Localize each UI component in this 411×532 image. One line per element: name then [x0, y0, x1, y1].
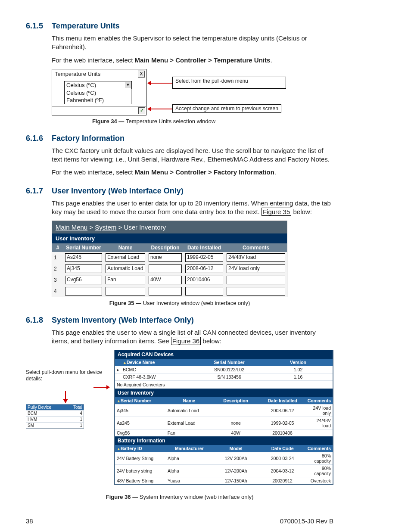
table-row[interactable]: SM1 [26, 422, 84, 428]
cell: 12V-200Ah [213, 464, 259, 477]
cell: Overstock [306, 477, 333, 484]
accept-button[interactable]: ✓ [138, 107, 145, 114]
cell: 4 [66, 410, 84, 416]
col-date-code[interactable]: Date Code [259, 445, 305, 452]
table-row: 4 [52, 286, 287, 297]
option-fahrenheit[interactable]: Fahrenheit (ºF) [65, 96, 131, 104]
col-device-name[interactable]: ▲Device Name [121, 359, 195, 366]
arrow-icon [106, 385, 110, 389]
body-text-span: For the web interface, select [52, 56, 135, 64]
cell-input[interactable]: 2008-06-12 [185, 264, 223, 273]
table-title: User Inventory [52, 233, 287, 243]
figure-caption: Temperature Units selection window [126, 118, 215, 124]
cell: Cvg56 [115, 429, 166, 436]
cell-input[interactable]: Automatic Load [106, 264, 145, 273]
cell-input[interactable] [185, 287, 223, 296]
section-number-618: 6.1.8 [26, 316, 52, 325]
col-comments[interactable]: Comments [225, 243, 287, 252]
col-date[interactable]: Date Installed [259, 397, 305, 404]
cell: HVM [26, 416, 66, 422]
cell: 24V Battery String [115, 452, 166, 464]
col-date[interactable]: Date Installed [184, 243, 225, 252]
close-button[interactable]: X [138, 71, 145, 78]
cell-input[interactable] [227, 276, 285, 284]
cell-input[interactable] [149, 287, 182, 296]
col-serial[interactable]: Serial Number [195, 359, 264, 366]
cell-input[interactable]: none [149, 253, 182, 262]
cell-input[interactable]: Aj345 [65, 264, 102, 273]
table-row: Cvg56Fan40W20010406 [115, 429, 333, 436]
cell [306, 429, 333, 436]
breadcrumb-sep: > [87, 224, 95, 231]
cell-input[interactable]: As245 [65, 253, 102, 262]
cell-input[interactable]: 20010406 [185, 276, 223, 284]
section-title-temperature-units: Temperature Units [52, 22, 120, 31]
can-devices-table: ▲Device Name Serial Number Version ▸BCMC… [115, 359, 333, 380]
callout-line [65, 391, 66, 400]
sort-up-icon: ▲ [117, 447, 121, 451]
body-text: This menu item enables the Supervisor to… [52, 34, 333, 52]
cell-input[interactable]: Fan [106, 276, 145, 284]
expand-icon[interactable] [115, 373, 121, 380]
col-serial[interactable]: ▲Serial Number [115, 397, 166, 404]
col-description[interactable]: Description [212, 397, 259, 404]
col-comments[interactable]: Comments [306, 445, 333, 452]
chevron-down-icon[interactable]: ▼ [125, 82, 131, 88]
section-title-system-inventory: System Inventory (Web Interface Only) [52, 316, 194, 325]
option-celsius[interactable]: Celsius (ºC) [65, 89, 131, 96]
cell-input[interactable]: 1999-02-05 [185, 253, 223, 262]
menu-path: Main Menu > Controller > Factory Informa… [135, 168, 274, 176]
expand-icon[interactable]: ▸ [115, 366, 121, 373]
col-description[interactable]: Description [147, 243, 184, 252]
table-row: 1As245External Loadnone1999-02-0524/48V … [52, 252, 287, 263]
cell-input[interactable]: 24/48V load [227, 253, 285, 262]
arrow-down-icon [63, 399, 68, 403]
table-row: CXRF 48-3.6kWS/N 1334561.16 [115, 373, 333, 380]
table-row[interactable]: BCM4 [26, 410, 84, 416]
dropdown-selected: Celsius (ºC) [66, 82, 96, 88]
col-model[interactable]: Model [213, 445, 259, 452]
breadcrumb-current: User Inventory [124, 224, 166, 231]
col-battery-id[interactable]: ▲Battery ID [115, 445, 166, 452]
col-name[interactable]: Name [104, 243, 147, 252]
col-version[interactable]: Version [264, 359, 333, 366]
window-title: Temperature Units [55, 71, 100, 78]
units-dropdown[interactable]: Celsius (ºC) ▼ [64, 81, 132, 89]
col-name[interactable]: Name [166, 397, 212, 404]
cell [212, 404, 259, 417]
cell-input[interactable]: External Load [106, 253, 145, 262]
figure-label: Figure 34 — [92, 118, 126, 124]
cell: External Load [166, 417, 212, 429]
temperature-units-window: Temperature Units X Celsius (ºC) ▼ Celsi… [52, 69, 146, 115]
cell: 24V load only [306, 404, 333, 417]
body-text: For the web interface, select Main Menu … [52, 56, 333, 65]
cell-input[interactable]: Cvg56 [65, 276, 102, 284]
cell-input[interactable]: 24V load only [227, 264, 285, 273]
table-row: 3Cvg56Fan40W20010406 [52, 274, 287, 286]
menu-path: Main Menu > Controller > Temperature Uni… [135, 56, 271, 64]
col-manufacturer[interactable]: Manufacturer [166, 445, 213, 452]
figure-caption: System Inventory window (web interface o… [140, 494, 253, 500]
cell-input[interactable] [227, 287, 285, 296]
cell: Automatic Load [166, 404, 212, 417]
col-serial[interactable]: Serial Number [63, 243, 104, 252]
cell: BCM [26, 410, 66, 416]
breadcrumb-main-menu[interactable]: Main Menu [56, 224, 87, 231]
cell-input[interactable] [106, 287, 145, 296]
mini-col-device: Pully Device [26, 404, 66, 410]
cell-input[interactable] [149, 264, 182, 273]
body-text: This page enables the user to enter data… [52, 199, 333, 217]
body-text: The CXC factory unit default values are … [52, 146, 333, 164]
cell-input[interactable] [65, 287, 102, 296]
breadcrumb-system[interactable]: System [95, 224, 116, 231]
cell-input[interactable]: 40W [149, 276, 182, 284]
figure-label: Figure 35 — [109, 300, 143, 306]
figure-ref: Figure 36 [171, 337, 201, 345]
table-row: 24V Battery StringAlpha12V-200Ah2000-03-… [115, 452, 333, 464]
breadcrumb: Main Menu > System > User Inventory [52, 221, 287, 233]
callout-line [93, 387, 106, 388]
table-row[interactable]: HVM1 [26, 416, 84, 422]
body-text-span: . [274, 168, 276, 176]
cell: 1 [66, 422, 84, 428]
col-comments[interactable]: Comments [306, 397, 333, 404]
